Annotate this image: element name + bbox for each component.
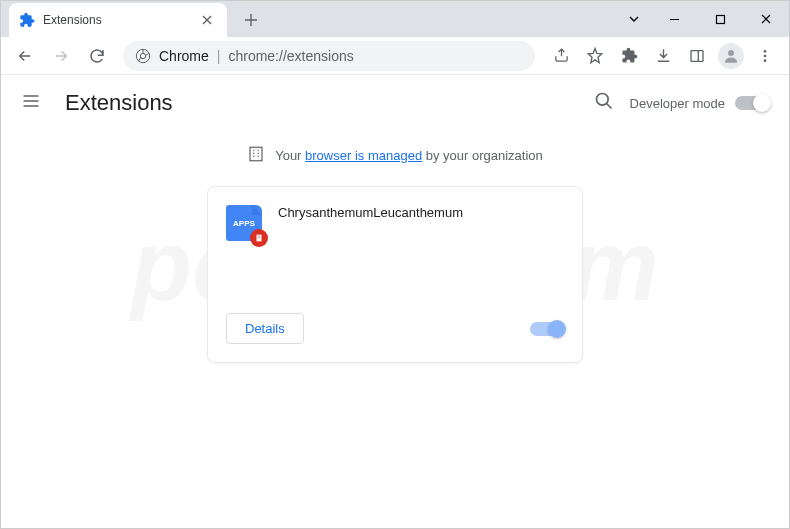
sidepanel-icon[interactable] bbox=[681, 40, 713, 72]
search-icon[interactable] bbox=[594, 91, 614, 115]
svg-point-6 bbox=[764, 54, 767, 57]
managed-link[interactable]: browser is managed bbox=[305, 148, 422, 163]
svg-rect-10 bbox=[257, 235, 262, 242]
extension-icon bbox=[19, 12, 35, 28]
extensions-header: Extensions Developer mode bbox=[1, 75, 789, 131]
page-title: Extensions bbox=[65, 90, 594, 116]
managed-badge-icon bbox=[250, 229, 268, 247]
svg-rect-3 bbox=[691, 50, 703, 61]
developer-mode: Developer mode bbox=[630, 96, 769, 111]
browser-tab[interactable]: Extensions bbox=[9, 3, 227, 37]
details-button[interactable]: Details bbox=[226, 313, 304, 344]
extension-name: ChrysanthemumLeucanthemum bbox=[278, 205, 463, 285]
svg-rect-0 bbox=[716, 15, 724, 23]
chrome-icon bbox=[135, 48, 151, 64]
tab-close-icon[interactable] bbox=[199, 12, 215, 28]
svg-point-8 bbox=[596, 94, 608, 106]
tab-title: Extensions bbox=[43, 13, 191, 27]
browser-toolbar: Chrome | chrome://extensions bbox=[1, 37, 789, 75]
extension-card: APPS ChrysanthemumLeucanthemum Details bbox=[207, 186, 583, 363]
tab-search-icon[interactable] bbox=[617, 4, 651, 34]
extension-app-icon: APPS bbox=[226, 205, 262, 241]
menu-icon[interactable] bbox=[749, 40, 781, 72]
svg-point-4 bbox=[728, 50, 734, 56]
window-controls bbox=[617, 1, 789, 37]
window-titlebar: Extensions bbox=[1, 1, 789, 37]
building-icon bbox=[247, 145, 265, 166]
reload-button[interactable] bbox=[81, 40, 113, 72]
profile-avatar[interactable] bbox=[715, 40, 747, 72]
developer-mode-toggle[interactable] bbox=[735, 96, 769, 110]
close-window-button[interactable] bbox=[743, 4, 789, 34]
minimize-button[interactable] bbox=[651, 4, 697, 34]
downloads-icon[interactable] bbox=[647, 40, 679, 72]
url-text: Chrome | chrome://extensions bbox=[159, 48, 523, 64]
managed-banner: Your browser is managed by your organiza… bbox=[1, 131, 789, 186]
back-button[interactable] bbox=[9, 40, 41, 72]
toggle-knob bbox=[548, 320, 566, 338]
svg-point-7 bbox=[764, 59, 767, 62]
svg-point-5 bbox=[764, 50, 767, 53]
forward-button[interactable] bbox=[45, 40, 77, 72]
developer-mode-label: Developer mode bbox=[630, 96, 725, 111]
maximize-button[interactable] bbox=[697, 4, 743, 34]
svg-rect-9 bbox=[250, 147, 262, 161]
toggle-knob bbox=[753, 94, 771, 112]
address-bar[interactable]: Chrome | chrome://extensions bbox=[123, 41, 535, 71]
extensions-icon[interactable] bbox=[613, 40, 645, 72]
new-tab-button[interactable] bbox=[237, 6, 265, 34]
menu-hamburger-icon[interactable] bbox=[21, 91, 45, 115]
extension-enable-toggle[interactable] bbox=[530, 322, 564, 336]
bookmark-icon[interactable] bbox=[579, 40, 611, 72]
share-icon[interactable] bbox=[545, 40, 577, 72]
